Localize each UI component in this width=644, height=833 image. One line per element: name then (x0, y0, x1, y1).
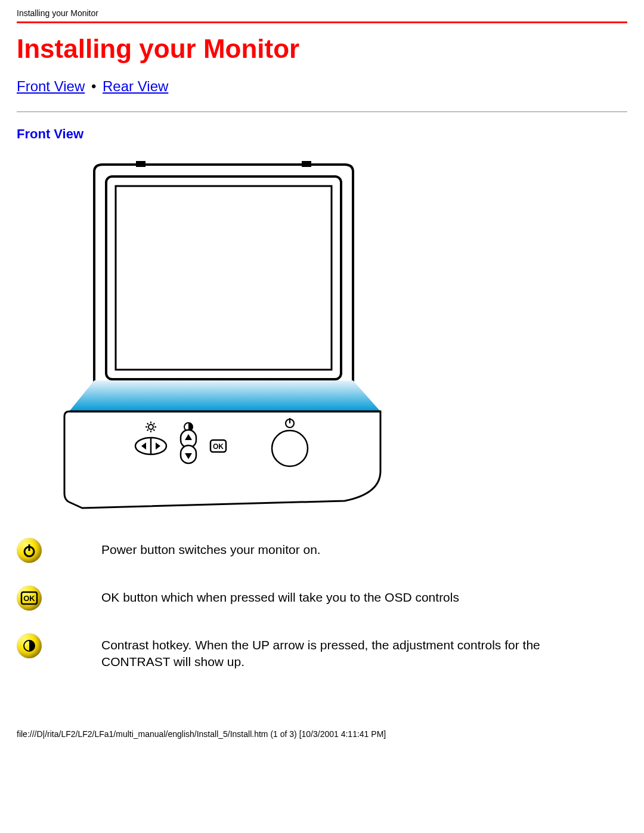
legend-text-contrast: Contrast hotkey. When the UP arrow is pr… (101, 633, 555, 671)
nav-separator: • (89, 78, 98, 94)
ok-button: OK (210, 440, 226, 452)
view-nav: Front View • Rear View (17, 78, 627, 95)
page-title: Installing your Monitor (17, 34, 627, 64)
rear-view-link[interactable]: Rear View (103, 78, 168, 94)
legend-row-ok: OK OK button which when pressed will tak… (17, 586, 627, 611)
front-view-heading: Front View (17, 126, 627, 142)
svg-rect-0 (136, 161, 145, 167)
monitor-svg: OK (58, 160, 392, 512)
power-button (272, 431, 308, 466)
footer-path: file:///D|/rita/LF2/LF2/LFa1/multi_manua… (17, 693, 627, 748)
legend-text-ok: OK button which when pressed will take y… (101, 586, 459, 606)
svg-rect-3 (116, 186, 332, 370)
legend-row-power: Power button switches your monitor on. (17, 538, 627, 563)
running-header: Installing your Monitor (17, 6, 627, 21)
svg-rect-1 (302, 161, 311, 167)
monitor-front-diagram: OK (58, 160, 627, 514)
svg-text:OK: OK (23, 594, 35, 603)
section-divider (17, 112, 627, 112)
left-right-button (135, 438, 166, 454)
ok-icon: OK (17, 586, 42, 611)
contrast-legend-icon (17, 633, 42, 658)
power-icon (17, 538, 42, 563)
front-view-link[interactable]: Front View (17, 78, 85, 94)
svg-text:OK: OK (213, 442, 224, 451)
svg-marker-4 (69, 380, 380, 411)
page-container: Installing your Monitor Installing your … (0, 0, 644, 748)
legend-row-contrast: Contrast hotkey. When the UP arrow is pr… (17, 633, 627, 671)
legend-text-power: Power button switches your monitor on. (101, 538, 321, 558)
header-rule (17, 21, 627, 23)
